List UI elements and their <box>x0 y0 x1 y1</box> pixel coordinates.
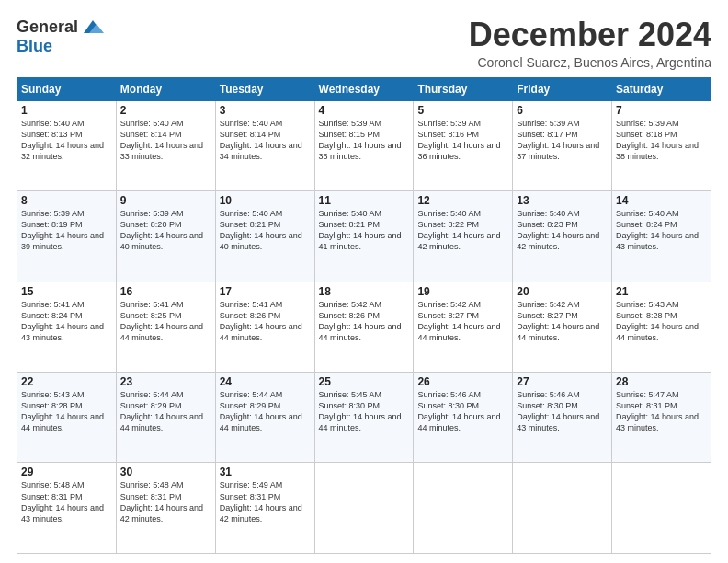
day-number: 11 <box>319 194 410 207</box>
day-info: Sunrise: 5:42 AMSunset: 8:27 PMDaylight:… <box>417 299 508 344</box>
table-row <box>414 463 513 554</box>
day-number: 4 <box>319 104 410 117</box>
day-info: Sunrise: 5:44 AMSunset: 8:29 PMDaylight:… <box>120 389 211 434</box>
calendar-week-3: 15Sunrise: 5:41 AMSunset: 8:24 PMDayligh… <box>17 282 711 372</box>
table-row: 3Sunrise: 5:40 AMSunset: 8:14 PMDaylight… <box>215 100 314 190</box>
day-info: Sunrise: 5:40 AMSunset: 8:13 PMDaylight:… <box>21 118 112 163</box>
day-info: Sunrise: 5:40 AMSunset: 8:14 PMDaylight:… <box>120 118 211 163</box>
table-row: 12Sunrise: 5:40 AMSunset: 8:22 PMDayligh… <box>414 191 513 282</box>
col-monday: Monday <box>116 77 215 100</box>
table-row: 26Sunrise: 5:46 AMSunset: 8:30 PMDayligh… <box>414 373 513 463</box>
day-number: 28 <box>616 375 707 388</box>
day-info: Sunrise: 5:40 AMSunset: 8:24 PMDaylight:… <box>616 208 707 253</box>
table-row: 25Sunrise: 5:45 AMSunset: 8:30 PMDayligh… <box>314 373 414 463</box>
col-wednesday: Wednesday <box>314 77 414 100</box>
day-number: 7 <box>616 104 707 117</box>
calendar-week-4: 22Sunrise: 5:43 AMSunset: 8:28 PMDayligh… <box>17 373 711 463</box>
day-info: Sunrise: 5:40 AMSunset: 8:23 PMDaylight:… <box>517 208 608 253</box>
table-row: 13Sunrise: 5:40 AMSunset: 8:23 PMDayligh… <box>513 191 612 282</box>
day-info: Sunrise: 5:40 AMSunset: 8:21 PMDaylight:… <box>220 208 311 253</box>
header: General Blue December 2024 Coronel Suare… <box>17 17 711 70</box>
page: General Blue December 2024 Coronel Suare… <box>0 0 728 563</box>
day-info: Sunrise: 5:43 AMSunset: 8:28 PMDaylight:… <box>616 299 707 344</box>
day-info: Sunrise: 5:48 AMSunset: 8:31 PMDaylight:… <box>21 479 112 524</box>
day-number: 29 <box>21 465 112 478</box>
day-number: 27 <box>517 375 608 388</box>
day-info: Sunrise: 5:42 AMSunset: 8:27 PMDaylight:… <box>517 299 608 344</box>
table-row: 7Sunrise: 5:39 AMSunset: 8:18 PMDaylight… <box>612 100 711 190</box>
day-number: 25 <box>319 375 410 388</box>
logo-blue-text: Blue <box>17 37 52 56</box>
day-number: 24 <box>220 375 311 388</box>
day-info: Sunrise: 5:40 AMSunset: 8:14 PMDaylight:… <box>220 118 311 163</box>
day-info: Sunrise: 5:40 AMSunset: 8:21 PMDaylight:… <box>319 208 410 253</box>
table-row: 16Sunrise: 5:41 AMSunset: 8:25 PMDayligh… <box>116 282 215 372</box>
col-thursday: Thursday <box>414 77 513 100</box>
day-info: Sunrise: 5:39 AMSunset: 8:15 PMDaylight:… <box>319 118 410 163</box>
day-info: Sunrise: 5:46 AMSunset: 8:30 PMDaylight:… <box>417 389 508 434</box>
day-number: 22 <box>21 375 112 388</box>
day-info: Sunrise: 5:40 AMSunset: 8:22 PMDaylight:… <box>417 208 508 253</box>
col-sunday: Sunday <box>17 77 117 100</box>
day-info: Sunrise: 5:39 AMSunset: 8:19 PMDaylight:… <box>21 208 112 253</box>
col-tuesday: Tuesday <box>215 77 314 100</box>
day-number: 20 <box>517 285 608 298</box>
table-row: 23Sunrise: 5:44 AMSunset: 8:29 PMDayligh… <box>116 373 215 463</box>
day-number: 30 <box>120 465 211 478</box>
table-row: 10Sunrise: 5:40 AMSunset: 8:21 PMDayligh… <box>215 191 314 282</box>
day-number: 6 <box>517 104 608 117</box>
day-number: 5 <box>417 104 508 117</box>
day-number: 23 <box>120 375 211 388</box>
day-number: 13 <box>517 194 608 207</box>
month-title: December 2024 <box>469 17 711 53</box>
day-info: Sunrise: 5:41 AMSunset: 8:25 PMDaylight:… <box>120 299 211 344</box>
day-info: Sunrise: 5:41 AMSunset: 8:24 PMDaylight:… <box>21 299 112 344</box>
title-area: December 2024 Coronel Suarez, Buenos Air… <box>469 17 711 70</box>
table-row: 14Sunrise: 5:40 AMSunset: 8:24 PMDayligh… <box>612 191 711 282</box>
logo-general-text: General <box>17 17 78 37</box>
table-row: 27Sunrise: 5:46 AMSunset: 8:30 PMDayligh… <box>513 373 612 463</box>
day-info: Sunrise: 5:41 AMSunset: 8:26 PMDaylight:… <box>220 299 311 344</box>
location: Coronel Suarez, Buenos Aires, Argentina <box>469 55 711 70</box>
table-row: 2Sunrise: 5:40 AMSunset: 8:14 PMDaylight… <box>116 100 215 190</box>
table-row: 6Sunrise: 5:39 AMSunset: 8:17 PMDaylight… <box>513 100 612 190</box>
day-number: 17 <box>220 285 311 298</box>
table-row: 1Sunrise: 5:40 AMSunset: 8:13 PMDaylight… <box>17 100 117 190</box>
day-number: 3 <box>220 104 311 117</box>
table-row: 29Sunrise: 5:48 AMSunset: 8:31 PMDayligh… <box>17 463 117 554</box>
day-info: Sunrise: 5:39 AMSunset: 8:18 PMDaylight:… <box>616 118 707 163</box>
table-row: 24Sunrise: 5:44 AMSunset: 8:29 PMDayligh… <box>215 373 314 463</box>
table-row: 28Sunrise: 5:47 AMSunset: 8:31 PMDayligh… <box>612 373 711 463</box>
day-number: 16 <box>120 285 211 298</box>
calendar-week-1: 1Sunrise: 5:40 AMSunset: 8:13 PMDaylight… <box>17 100 711 190</box>
day-number: 8 <box>21 194 112 207</box>
table-row: 4Sunrise: 5:39 AMSunset: 8:15 PMDaylight… <box>314 100 414 190</box>
day-number: 14 <box>616 194 707 207</box>
table-row: 31Sunrise: 5:49 AMSunset: 8:31 PMDayligh… <box>215 463 314 554</box>
day-info: Sunrise: 5:39 AMSunset: 8:17 PMDaylight:… <box>517 118 608 163</box>
day-info: Sunrise: 5:39 AMSunset: 8:16 PMDaylight:… <box>417 118 508 163</box>
table-row: 11Sunrise: 5:40 AMSunset: 8:21 PMDayligh… <box>314 191 414 282</box>
table-row: 9Sunrise: 5:39 AMSunset: 8:20 PMDaylight… <box>116 191 215 282</box>
calendar-week-2: 8Sunrise: 5:39 AMSunset: 8:19 PMDaylight… <box>17 191 711 282</box>
col-friday: Friday <box>513 77 612 100</box>
day-number: 9 <box>120 194 211 207</box>
table-row: 22Sunrise: 5:43 AMSunset: 8:28 PMDayligh… <box>17 373 117 463</box>
table-row: 17Sunrise: 5:41 AMSunset: 8:26 PMDayligh… <box>215 282 314 372</box>
col-saturday: Saturday <box>612 77 711 100</box>
table-row: 15Sunrise: 5:41 AMSunset: 8:24 PMDayligh… <box>17 282 117 372</box>
table-row: 5Sunrise: 5:39 AMSunset: 8:16 PMDaylight… <box>414 100 513 190</box>
table-row <box>612 463 711 554</box>
table-row <box>314 463 414 554</box>
logo: General Blue <box>17 17 106 56</box>
day-info: Sunrise: 5:44 AMSunset: 8:29 PMDaylight:… <box>220 389 311 434</box>
day-number: 31 <box>220 465 311 478</box>
day-number: 1 <box>21 104 112 117</box>
day-info: Sunrise: 5:49 AMSunset: 8:31 PMDaylight:… <box>220 479 311 524</box>
day-info: Sunrise: 5:47 AMSunset: 8:31 PMDaylight:… <box>616 389 707 434</box>
day-info: Sunrise: 5:43 AMSunset: 8:28 PMDaylight:… <box>21 389 112 434</box>
table-row: 19Sunrise: 5:42 AMSunset: 8:27 PMDayligh… <box>414 282 513 372</box>
calendar-table: Sunday Monday Tuesday Wednesday Thursday… <box>17 77 711 554</box>
day-number: 15 <box>21 285 112 298</box>
table-row: 18Sunrise: 5:42 AMSunset: 8:26 PMDayligh… <box>314 282 414 372</box>
